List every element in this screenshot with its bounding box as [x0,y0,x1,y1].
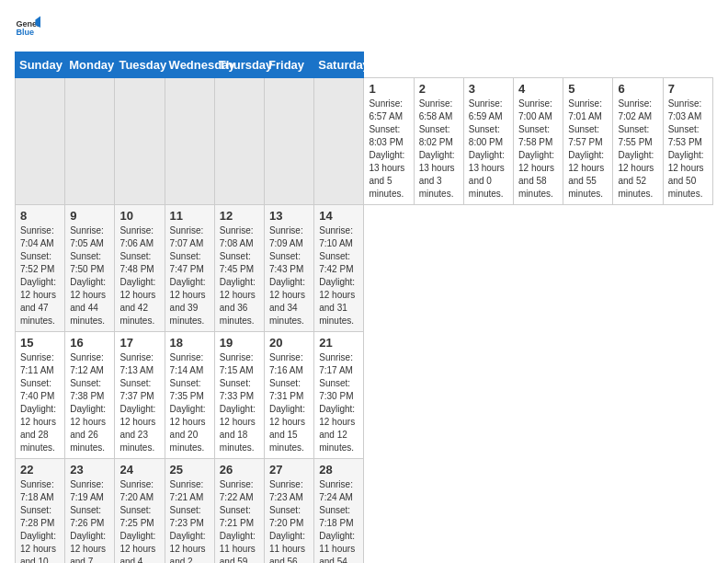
day-number: 14 [319,209,358,223]
day-number: 7 [668,82,708,96]
day-info: Sunrise: 7:21 AMSunset: 7:23 PMDaylight:… [170,478,210,563]
calendar-cell: 19Sunrise: 7:15 AMSunset: 7:33 PMDayligh… [214,332,264,459]
calendar-cell: 23Sunrise: 7:19 AMSunset: 7:26 PMDayligh… [65,459,115,564]
day-number: 25 [170,463,210,477]
column-header-sunday: Sunday [16,52,65,78]
calendar-cell: 11Sunrise: 7:07 AMSunset: 7:47 PMDayligh… [165,205,214,332]
day-number: 17 [119,336,159,350]
day-info: Sunrise: 7:24 AMSunset: 7:18 PMDaylight:… [319,478,358,563]
day-info: Sunrise: 7:09 AMSunset: 7:43 PMDaylight:… [269,224,309,327]
calendar-cell [314,78,364,205]
calendar-cell [214,78,264,205]
calendar-week-row: 1Sunrise: 6:57 AMSunset: 8:03 PMDaylight… [16,78,713,205]
day-number: 6 [618,82,657,96]
calendar-body: 1Sunrise: 6:57 AMSunset: 8:03 PMDaylight… [16,78,713,564]
day-info: Sunrise: 7:00 AMSunset: 7:58 PMDaylight:… [518,98,558,201]
calendar-cell: 4Sunrise: 7:00 AMSunset: 7:58 PMDaylight… [514,78,563,205]
day-info: Sunrise: 7:10 AMSunset: 7:42 PMDaylight:… [319,224,358,327]
calendar-cell: 21Sunrise: 7:17 AMSunset: 7:30 PMDayligh… [314,332,364,459]
day-number: 1 [369,82,408,96]
day-number: 12 [220,209,259,223]
calendar-header-row: SundayMondayTuesdayWednesdayThursdayFrid… [16,52,713,78]
day-number: 18 [170,336,210,350]
day-info: Sunrise: 7:08 AMSunset: 7:45 PMDaylight:… [220,224,259,327]
day-info: Sunrise: 7:17 AMSunset: 7:30 PMDaylight:… [319,351,358,454]
calendar-cell [165,78,214,205]
day-number: 26 [220,463,259,477]
day-info: Sunrise: 6:58 AMSunset: 8:02 PMDaylight:… [419,98,459,201]
calendar-cell: 24Sunrise: 7:20 AMSunset: 7:25 PMDayligh… [115,459,165,564]
day-number: 24 [119,463,159,477]
day-number: 10 [119,209,159,223]
day-info: Sunrise: 7:12 AMSunset: 7:38 PMDaylight:… [70,351,109,454]
day-number: 21 [319,336,358,350]
calendar-cell: 27Sunrise: 7:23 AMSunset: 7:20 PMDayligh… [265,459,314,564]
day-info: Sunrise: 7:07 AMSunset: 7:47 PMDaylight:… [170,224,210,327]
calendar-cell: 22Sunrise: 7:18 AMSunset: 7:28 PMDayligh… [16,459,65,564]
calendar-cell: 16Sunrise: 7:12 AMSunset: 7:38 PMDayligh… [65,332,115,459]
day-info: Sunrise: 7:03 AMSunset: 7:53 PMDaylight:… [668,98,708,201]
column-header-monday: Monday [65,52,115,78]
day-info: Sunrise: 7:19 AMSunset: 7:26 PMDaylight:… [70,478,109,563]
calendar-cell: 8Sunrise: 7:04 AMSunset: 7:52 PMDaylight… [16,205,65,332]
column-header-friday: Friday [265,52,314,78]
calendar-cell: 10Sunrise: 7:06 AMSunset: 7:48 PMDayligh… [115,205,165,332]
calendar-cell [65,78,115,205]
calendar-cell: 20Sunrise: 7:16 AMSunset: 7:31 PMDayligh… [265,332,314,459]
calendar-cell: 7Sunrise: 7:03 AMSunset: 7:53 PMDaylight… [663,78,712,205]
day-number: 3 [469,82,508,96]
day-number: 28 [319,463,358,477]
day-info: Sunrise: 7:11 AMSunset: 7:40 PMDaylight:… [20,351,60,454]
day-info: Sunrise: 7:18 AMSunset: 7:28 PMDaylight:… [20,478,60,563]
day-info: Sunrise: 7:23 AMSunset: 7:20 PMDaylight:… [269,478,309,563]
column-header-wednesday: Wednesday [165,52,214,78]
column-header-thursday: Thursday [214,52,264,78]
day-number: 27 [269,463,309,477]
day-info: Sunrise: 7:20 AMSunset: 7:25 PMDaylight:… [119,478,159,563]
svg-text:Blue: Blue [16,28,34,37]
day-info: Sunrise: 6:57 AMSunset: 8:03 PMDaylight:… [369,98,408,201]
day-info: Sunrise: 7:22 AMSunset: 7:21 PMDaylight:… [220,478,259,563]
day-number: 16 [70,336,109,350]
day-info: Sunrise: 7:02 AMSunset: 7:55 PMDaylight:… [618,98,657,201]
day-number: 23 [70,463,109,477]
calendar-cell: 28Sunrise: 7:24 AMSunset: 7:18 PMDayligh… [314,459,364,564]
calendar-week-row: 8Sunrise: 7:04 AMSunset: 7:52 PMDaylight… [16,205,713,332]
calendar-cell: 13Sunrise: 7:09 AMSunset: 7:43 PMDayligh… [265,205,314,332]
day-info: Sunrise: 7:04 AMSunset: 7:52 PMDaylight:… [20,224,60,327]
day-number: 2 [419,82,459,96]
day-number: 5 [568,82,608,96]
calendar-cell: 12Sunrise: 7:08 AMSunset: 7:45 PMDayligh… [214,205,264,332]
calendar-cell: 9Sunrise: 7:05 AMSunset: 7:50 PMDaylight… [65,205,115,332]
calendar-cell [265,78,314,205]
logo: General Blue [15,15,40,40]
logo-icon: General Blue [15,15,40,40]
day-info: Sunrise: 7:13 AMSunset: 7:37 PMDaylight:… [119,351,159,454]
day-number: 11 [170,209,210,223]
calendar-table: SundayMondayTuesdayWednesdayThursdayFrid… [15,52,713,563]
calendar-cell: 2Sunrise: 6:58 AMSunset: 8:02 PMDaylight… [414,78,463,205]
calendar-week-row: 15Sunrise: 7:11 AMSunset: 7:40 PMDayligh… [16,332,713,459]
calendar-cell: 5Sunrise: 7:01 AMSunset: 7:57 PMDaylight… [563,78,613,205]
day-number: 13 [269,209,309,223]
calendar-cell: 26Sunrise: 7:22 AMSunset: 7:21 PMDayligh… [214,459,264,564]
day-info: Sunrise: 6:59 AMSunset: 8:00 PMDaylight:… [469,98,508,201]
calendar-cell [16,78,65,205]
day-info: Sunrise: 7:05 AMSunset: 7:50 PMDaylight:… [70,224,109,327]
day-number: 8 [20,209,60,223]
page-header: General Blue [15,15,713,40]
calendar-cell: 25Sunrise: 7:21 AMSunset: 7:23 PMDayligh… [165,459,214,564]
day-info: Sunrise: 7:15 AMSunset: 7:33 PMDaylight:… [220,351,259,454]
calendar-cell [115,78,165,205]
calendar-cell: 1Sunrise: 6:57 AMSunset: 8:03 PMDaylight… [364,78,414,205]
calendar-cell: 17Sunrise: 7:13 AMSunset: 7:37 PMDayligh… [115,332,165,459]
day-number: 4 [518,82,558,96]
day-number: 9 [70,209,109,223]
calendar-cell: 6Sunrise: 7:02 AMSunset: 7:55 PMDaylight… [613,78,663,205]
day-info: Sunrise: 7:14 AMSunset: 7:35 PMDaylight:… [170,351,210,454]
calendar-cell: 14Sunrise: 7:10 AMSunset: 7:42 PMDayligh… [314,205,364,332]
calendar-cell: 3Sunrise: 6:59 AMSunset: 8:00 PMDaylight… [463,78,513,205]
day-info: Sunrise: 7:01 AMSunset: 7:57 PMDaylight:… [568,98,608,201]
day-number: 19 [220,336,259,350]
column-header-saturday: Saturday [314,52,364,78]
